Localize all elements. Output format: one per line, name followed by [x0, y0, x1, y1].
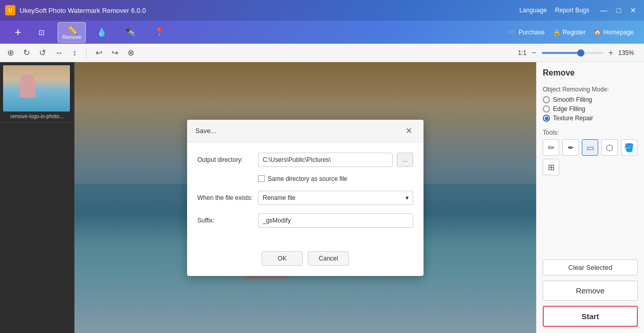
zoom-slider[interactable]	[542, 52, 603, 54]
output-dir-input[interactable]	[258, 153, 393, 167]
smooth-filling-label: Smooth Filling	[553, 96, 592, 103]
remove-active-button[interactable]: ✏️ Remove	[58, 22, 86, 43]
purchase-link[interactable]: 🛒 Purchase	[509, 29, 545, 36]
file-exists-row: When the file exists: Rename file ▾	[197, 191, 413, 205]
register-link[interactable]: 🔒 Register	[553, 29, 586, 36]
rotate-cw-icon[interactable]: ↻	[21, 46, 32, 60]
brush-tool-btn[interactable]: ✏	[543, 139, 559, 156]
start-button[interactable]: Start	[543, 306, 638, 327]
thumb-preview	[3, 65, 70, 112]
cart-icon: 🛒	[509, 29, 517, 36]
language-link[interactable]: Language	[519, 7, 546, 14]
homepage-link[interactable]: 🏠 Homepage	[594, 29, 634, 36]
browse-button[interactable]: ...	[397, 153, 413, 167]
nav-bar: + ⊡ ✏️ Remove 💧 ✒️ 📍 🛒 Purchase 🔒 Regist…	[0, 21, 644, 44]
thumb-item[interactable]: remove-logo-in-photo...	[0, 62, 74, 123]
nav-links: 🛒 Purchase 🔒 Register 🏠 Homepage	[509, 29, 634, 36]
move-icon[interactable]: ⊕	[5, 46, 16, 60]
smart-brush-tool-btn[interactable]: ✒	[562, 139, 579, 156]
pin-icon: 📍	[154, 27, 164, 37]
plus-icon: +	[15, 26, 22, 39]
zoom-area: 1:1 − + 135%	[518, 46, 639, 60]
remove-tool-button[interactable]: ⊡	[29, 26, 54, 39]
rect-tool-btn[interactable]: ▭	[582, 139, 598, 156]
smart-brush-icon: ✒	[567, 143, 574, 153]
panel-title: Remove	[543, 68, 638, 78]
thumb-filename: remove-logo-in-photo...	[3, 114, 71, 119]
file-exists-select[interactable]: Rename file ▾	[258, 191, 413, 205]
right-panel: Remove Object Removing Mode: Smooth Fill…	[536, 62, 644, 333]
same-dir-checkbox[interactable]	[258, 175, 265, 182]
polygon-icon: ⬡	[606, 143, 613, 153]
title-bar: U UkeySoft Photo Watermark Remover 6.0.0…	[0, 0, 644, 21]
canvas-area[interactable]: Save... ✕ Output directory: ... Same dir…	[75, 62, 536, 333]
brush-icon: ✏	[548, 143, 555, 153]
smooth-filling-option[interactable]: Smooth Filling	[543, 96, 638, 103]
tools-label: Tools:	[543, 129, 638, 136]
flip-v-icon[interactable]: ↕	[70, 46, 79, 60]
minimize-button[interactable]: —	[598, 5, 610, 15]
modal-overlay: Save... ✕ Output directory: ... Same dir…	[75, 62, 536, 333]
edge-filling-label: Edge Filling	[553, 105, 585, 113]
separator	[86, 48, 86, 58]
suffix-input[interactable]	[258, 213, 413, 228]
nav-tools: + ⊡ ✏️ Remove 💧 ✒️ 📍	[10, 22, 172, 43]
clear-selected-button[interactable]: Clear Selected	[543, 260, 638, 275]
remove-button[interactable]: Remove	[543, 281, 638, 301]
redo-icon[interactable]: ↪	[109, 46, 120, 60]
zoom-out-button[interactable]: −	[529, 46, 538, 60]
modal-body: Output directory: ... Same directory as …	[187, 142, 424, 246]
rect-icon: ▭	[586, 143, 594, 153]
ok-button[interactable]: OK	[262, 251, 303, 266]
file-exists-value: Rename file	[263, 194, 296, 201]
cancel-icon[interactable]: ⊗	[125, 46, 136, 60]
flip-h-icon[interactable]: ↔	[53, 46, 65, 60]
smooth-radio[interactable]	[543, 96, 550, 103]
modal-footer: OK Cancel	[187, 246, 424, 276]
dropper-tool-button[interactable]: 💧	[89, 25, 115, 39]
title-bar-left: U UkeySoft Photo Watermark Remover 6.0.0	[5, 5, 146, 15]
dropper-icon: 💧	[97, 27, 107, 37]
person-preview	[20, 75, 35, 98]
main-content: remove-logo-in-photo... Save... ✕ Output…	[0, 62, 644, 333]
window-controls: — □ ✕	[598, 5, 639, 15]
maximize-button[interactable]: □	[614, 5, 623, 15]
cancel-button[interactable]: Cancel	[308, 251, 349, 266]
zoom-track	[542, 52, 579, 54]
eraser-icon: ✏️	[67, 25, 77, 34]
polygon-tool-btn[interactable]: ⬡	[601, 139, 618, 156]
paint-bucket-tool-btn[interactable]: 🪣	[621, 139, 637, 156]
pattern-tool-btn[interactable]: ⊞	[543, 159, 559, 175]
title-bar-right: Language Report Bugs — □ ✕	[519, 5, 639, 15]
edge-radio[interactable]	[543, 105, 550, 113]
remove-label: Remove	[62, 34, 81, 40]
pen-icon: ✒️	[125, 27, 136, 37]
home-icon: 🏠	[594, 29, 601, 36]
mode-radio-group: Smooth Filling Edge Filling Texture Repa…	[543, 96, 638, 122]
same-dir-row: Same directory as source file	[258, 175, 413, 182]
file-exists-label: When the file exists:	[197, 194, 254, 201]
same-dir-label: Same directory as source file	[268, 175, 347, 182]
app-title: UkeySoft Photo Watermark Remover 6.0.0	[20, 7, 146, 14]
zoom-thumb[interactable]	[577, 49, 584, 57]
thumbnail	[3, 65, 70, 112]
add-button[interactable]: +	[10, 24, 26, 41]
tools-section: Tools: ✏ ✒ ▭ ⬡ 🪣 ⊞	[543, 129, 638, 175]
modal-close-button[interactable]: ✕	[402, 125, 415, 137]
output-dir-label: Output directory:	[197, 156, 254, 163]
edge-filling-option[interactable]: Edge Filling	[543, 105, 638, 113]
close-button[interactable]: ✕	[628, 5, 639, 15]
app-logo: U	[5, 5, 15, 15]
report-bugs-link[interactable]: Report Bugs	[555, 7, 590, 14]
texture-radio[interactable]	[543, 115, 550, 122]
texture-repair-label: Texture Repair	[553, 115, 593, 122]
undo-icon[interactable]: ↩	[94, 46, 104, 60]
paint-bucket-icon: 🪣	[624, 143, 634, 153]
pen-tool-button[interactable]: ✒️	[118, 25, 143, 39]
pin-tool-button[interactable]: 📍	[146, 25, 172, 39]
rotate-ccw-icon[interactable]: ↺	[37, 46, 48, 60]
zoom-in-button[interactable]: +	[606, 46, 615, 60]
zoom-percent: 135%	[618, 49, 639, 57]
zoom-ratio: 1:1	[518, 49, 527, 57]
texture-repair-option[interactable]: Texture Repair	[543, 115, 638, 122]
